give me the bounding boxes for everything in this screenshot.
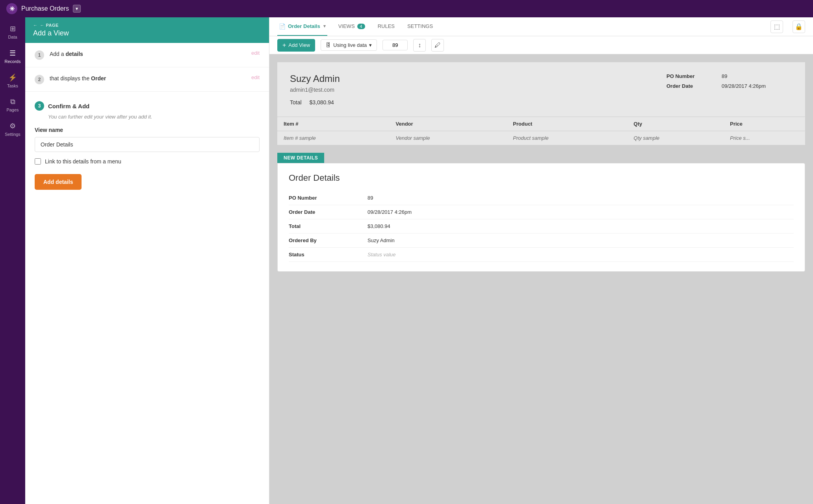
menu-link-checkbox[interactable]	[35, 158, 41, 165]
order-details-doc-icon: 📄	[279, 23, 286, 30]
cell-qty: Qty sample	[627, 131, 724, 145]
detail-value: Status value	[368, 252, 396, 258]
new-details-card: Order Details PO Number89Order Date09/28…	[277, 163, 805, 272]
data-icon: ⊞	[10, 24, 16, 33]
col-price: Price	[724, 117, 805, 131]
view-name-label: View name	[35, 127, 260, 133]
preview-table-section: Item # Vendor Product Qty Price Item # s…	[277, 117, 805, 145]
detail-label: Total	[289, 223, 368, 229]
po-number-row: PO Number 89	[666, 73, 793, 79]
col-qty: Qty	[627, 117, 724, 131]
lock-icon[interactable]: 🔒	[793, 20, 805, 33]
sidebar-label-tasks: Tasks	[7, 83, 18, 88]
external-link-icon[interactable]: ⬚	[770, 20, 783, 33]
confirm-num: 3	[35, 101, 44, 111]
sidebar-item-data[interactable]: ⊞ Data	[2, 20, 24, 43]
step-1-edit[interactable]: edit	[251, 50, 260, 56]
page-dropdown[interactable]: ▾	[73, 5, 81, 13]
tab-order-details-label: Order Details	[288, 23, 320, 29]
record-number-input[interactable]	[382, 40, 408, 50]
records-icon: ☰	[9, 49, 16, 57]
add-details-button[interactable]: Add details	[35, 174, 82, 190]
right-panel: 📄 Order Details ▾ VIEWS 4 RULES SETTINGS…	[269, 17, 813, 504]
right-toolbar: + Add View 🗄 Using live data ▾ ↕ 🖊	[269, 36, 813, 54]
tab-order-details-dropdown[interactable]: ▾	[323, 24, 326, 29]
add-view-button[interactable]: + Add View	[277, 39, 315, 52]
sidebar: ⊞ Data ☰ Records ⚡ Tasks ⧉ Pages ⚙ Setti…	[0, 17, 25, 504]
tab-rules[interactable]: RULES	[376, 17, 396, 36]
sidebar-item-records[interactable]: ☰ Records	[2, 45, 24, 68]
views-badge: 4	[357, 24, 365, 29]
edit-icon[interactable]: 🖊	[431, 39, 444, 52]
confirm-title: 3 Confirm & Add	[35, 101, 260, 111]
detail-rows: PO Number89Order Date09/28/2017 4:26pmTo…	[289, 191, 794, 262]
confirm-section: 3 Confirm & Add You can further edit you…	[25, 92, 269, 199]
sidebar-label-pages: Pages	[6, 107, 19, 112]
col-item-num: Item #	[277, 117, 390, 131]
preview-table: Item # Vendor Product Qty Price Item # s…	[277, 117, 805, 145]
confirm-subtitle: You can further edit your view after you…	[48, 114, 260, 120]
sidebar-label-records: Records	[5, 59, 21, 64]
tab-settings[interactable]: SETTINGS	[406, 17, 434, 36]
sidebar-label-settings: Settings	[5, 132, 20, 137]
checkbox-label[interactable]: Link to this details from a menu	[45, 158, 121, 165]
user-email: admin1@test.com	[290, 87, 654, 93]
user-name: Suzy Admin	[290, 73, 654, 84]
po-number-value: 89	[722, 73, 727, 79]
po-number-label: PO Number	[666, 73, 722, 79]
detail-label: Ordered By	[289, 237, 368, 243]
detail-row: Total$3,080.94	[289, 219, 794, 233]
sidebar-item-pages[interactable]: ⧉ Pages	[2, 94, 24, 116]
step-2-bold: Order	[91, 75, 106, 82]
live-data-button[interactable]: 🗄 Using live data ▾	[321, 39, 377, 51]
sidebar-label-data: Data	[8, 35, 17, 39]
col-vendor: Vendor	[390, 117, 507, 131]
checkbox-row: Link to this details from a menu	[35, 158, 260, 165]
panel-heading: Add a View	[33, 29, 261, 37]
cell-vendor: Vendor sample	[390, 131, 507, 145]
preview-wrapper: Suzy Admin admin1@test.com Total $3,080.…	[269, 54, 813, 504]
top-bar: ✳ Purchase Orders ▾	[0, 0, 813, 17]
detail-label: Order Date	[289, 209, 368, 215]
live-data-dropdown-icon: ▾	[369, 42, 372, 48]
plus-icon: +	[282, 42, 286, 49]
step-1-text: Add a details	[50, 50, 246, 58]
tab-rules-label: RULES	[378, 23, 395, 29]
back-link[interactable]: ← ← PAGE	[33, 23, 261, 28]
detail-row: Order Date09/28/2017 4:26pm	[289, 205, 794, 219]
detail-value: Suzy Admin	[368, 237, 395, 243]
tabs-bar: 📄 Order Details ▾ VIEWS 4 RULES SETTINGS…	[269, 17, 813, 36]
cell-product: Product sample	[507, 131, 627, 145]
detail-value: $3,080.94	[368, 223, 390, 229]
panel-header: ← ← PAGE Add a View	[25, 17, 269, 43]
total-row: Total $3,080.94	[290, 99, 654, 106]
step-1-before: Add a	[50, 51, 64, 57]
step-2-num: 2	[35, 75, 44, 84]
step-list: 1 Add a details edit 2 that displays the…	[25, 43, 269, 92]
new-details-title: Order Details	[289, 173, 794, 183]
detail-row: Ordered BySuzy Admin	[289, 233, 794, 248]
detail-label: Status	[289, 252, 368, 258]
step-2-edit[interactable]: edit	[251, 74, 260, 80]
user-info-section: Suzy Admin admin1@test.com Total $3,080.…	[290, 73, 654, 106]
tab-order-details[interactable]: 📄 Order Details ▾	[277, 17, 327, 36]
detail-row: PO Number89	[289, 191, 794, 205]
tab-settings-label: SETTINGS	[407, 23, 433, 29]
order-date-value: 09/28/2017 4:26pm	[722, 83, 766, 89]
database-icon: 🗄	[326, 42, 331, 48]
new-details-badge: NEW DETAILS	[277, 153, 324, 163]
row-height-icon[interactable]: ↕	[413, 39, 426, 52]
detail-row: StatusStatus value	[289, 248, 794, 262]
view-name-input[interactable]	[35, 137, 260, 152]
cell-price: Price s...	[724, 131, 805, 145]
step-1-bold: details	[65, 51, 83, 57]
new-details-section: NEW DETAILS Order Details PO Number89Ord…	[277, 153, 805, 272]
pages-icon: ⧉	[10, 98, 15, 106]
sidebar-item-tasks[interactable]: ⚡ Tasks	[2, 69, 24, 92]
col-product: Product	[507, 117, 627, 131]
tab-views[interactable]: VIEWS 4	[337, 17, 367, 36]
preview-top: Suzy Admin admin1@test.com Total $3,080.…	[277, 62, 805, 117]
total-label: Total	[290, 99, 302, 106]
sidebar-item-settings[interactable]: ⚙ Settings	[2, 118, 24, 141]
back-arrow-icon: ←	[33, 23, 38, 28]
